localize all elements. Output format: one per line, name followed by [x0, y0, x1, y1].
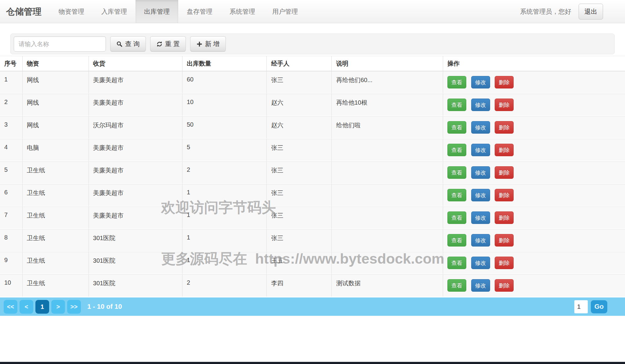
- edit-button[interactable]: 修改: [471, 234, 490, 247]
- edit-button[interactable]: 修改: [471, 166, 490, 179]
- cell-material: 卫生纸: [23, 229, 89, 252]
- cell-quantity: 50: [182, 116, 267, 139]
- goto-page-input[interactable]: [574, 300, 588, 313]
- current-page-button[interactable]: 1: [35, 300, 49, 314]
- add-button[interactable]: 新 增: [190, 36, 226, 52]
- prev-page-button[interactable]: <: [20, 300, 33, 314]
- view-button[interactable]: 查看: [447, 211, 466, 224]
- nav-item-label: 用户管理: [272, 8, 298, 15]
- view-button[interactable]: 查看: [447, 121, 466, 134]
- header-quantity: 出库数量: [182, 56, 267, 71]
- edit-button[interactable]: 修改: [471, 144, 490, 156]
- cell-actions: 查看 修改 删除: [443, 207, 625, 229]
- delete-button[interactable]: 删除: [495, 144, 514, 156]
- header-note: 说明: [332, 56, 443, 71]
- cell-index: 4: [0, 139, 23, 161]
- delete-button[interactable]: 删除: [495, 279, 514, 292]
- query-button[interactable]: 查 询: [110, 36, 146, 52]
- refresh-icon: [156, 41, 163, 47]
- first-page-button[interactable]: <<: [4, 300, 17, 314]
- table-row: 5 卫生纸 美廉美超市 2 张三 查看 修改 删除: [0, 161, 625, 184]
- cell-note: [332, 252, 443, 274]
- cell-actions: 查看 修改 删除: [443, 252, 625, 274]
- cell-actions: 查看 修改 删除: [443, 139, 625, 161]
- cell-material: 网线: [23, 94, 89, 116]
- table-row: 3 网线 沃尔玛超市 50 赵六 给他们啦 查看 修改 删除: [0, 116, 625, 139]
- edit-button[interactable]: 修改: [471, 279, 490, 292]
- nav-item-label: 盘存管理: [187, 8, 212, 15]
- go-button[interactable]: Go: [591, 300, 607, 313]
- view-button[interactable]: 查看: [447, 279, 466, 292]
- cell-index: 1: [0, 71, 23, 94]
- cell-quantity: 2: [182, 161, 267, 184]
- view-button[interactable]: 查看: [447, 76, 466, 88]
- view-button[interactable]: 查看: [447, 166, 466, 179]
- cell-quantity: 60: [182, 71, 267, 94]
- nav-item-3[interactable]: 盘存管理: [178, 0, 221, 23]
- outbound-table: 序号 物资 收货 出库数量 经手人 说明 操作 1 网线 美廉美超市 60 张三…: [0, 56, 625, 297]
- cell-note: 给他们啦: [332, 116, 443, 139]
- edit-button[interactable]: 修改: [471, 76, 490, 88]
- header-index: 序号: [0, 56, 23, 71]
- nav-item-label: 系统管理: [229, 8, 255, 15]
- pagination-bar: << < 1 > >> 1 - 10 of 10 Go: [0, 297, 625, 316]
- cell-material: 卫生纸: [23, 161, 89, 184]
- delete-button[interactable]: 删除: [495, 121, 514, 134]
- cell-actions: 查看 修改 删除: [443, 71, 625, 94]
- view-button[interactable]: 查看: [447, 144, 466, 156]
- view-button[interactable]: 查看: [447, 99, 466, 111]
- search-panel: 查 询 重 置 新 增: [10, 34, 615, 54]
- edit-button[interactable]: 修改: [471, 121, 490, 134]
- edit-button[interactable]: 修改: [471, 257, 490, 269]
- view-button[interactable]: 查看: [447, 234, 466, 247]
- edit-button[interactable]: 修改: [471, 211, 490, 224]
- table-row: 10 卫生纸 301医院 2 李四 测试数据 查看 修改 删除: [0, 274, 625, 297]
- cell-material: 网线: [23, 116, 89, 139]
- delete-button[interactable]: 删除: [495, 211, 514, 224]
- cell-handler: 张三: [267, 207, 332, 229]
- navbar: 仓储管理 物资管理 入库管理 出库管理 盘存管理 系统管理 用户管理 系统管理员…: [0, 0, 625, 23]
- reset-button[interactable]: 重 置: [150, 36, 186, 52]
- last-page-button[interactable]: >>: [67, 300, 81, 314]
- nav-menu: 物资管理 入库管理 出库管理 盘存管理 系统管理 用户管理: [50, 0, 306, 23]
- nav-item-0[interactable]: 物资管理: [50, 0, 93, 23]
- cell-actions: 查看 修改 删除: [443, 274, 625, 297]
- cell-note: [332, 161, 443, 184]
- view-button[interactable]: 查看: [447, 257, 466, 269]
- nav-item-label: 物资管理: [59, 8, 84, 15]
- cell-handler: 赵六: [267, 94, 332, 116]
- cell-receiver: 美廉美超市: [89, 71, 182, 94]
- cell-receiver: 美廉美超市: [89, 184, 182, 207]
- delete-button[interactable]: 删除: [495, 234, 514, 247]
- delete-button[interactable]: 删除: [495, 166, 514, 179]
- cell-note: [332, 229, 443, 252]
- table-row: 1 网线 美廉美超市 60 张三 再给他们60... 查看 修改 删除: [0, 71, 625, 94]
- nav-item-5[interactable]: 用户管理: [264, 0, 306, 23]
- view-button[interactable]: 查看: [447, 189, 466, 201]
- cell-note: 再给他们60...: [332, 71, 443, 94]
- brand-title[interactable]: 仓储管理: [0, 0, 50, 23]
- delete-button[interactable]: 删除: [495, 99, 514, 111]
- cell-receiver: 301医院: [89, 274, 182, 297]
- cell-quantity: 5: [182, 139, 267, 161]
- cell-handler: 张三: [267, 139, 332, 161]
- cell-index: 8: [0, 229, 23, 252]
- delete-button[interactable]: 删除: [495, 76, 514, 88]
- cell-actions: 查看 修改 删除: [443, 184, 625, 207]
- nav-item-4[interactable]: 系统管理: [221, 0, 264, 23]
- search-input[interactable]: [14, 36, 106, 52]
- logout-button[interactable]: 退出: [579, 4, 603, 20]
- edit-button[interactable]: 修改: [471, 189, 490, 201]
- cell-receiver: 美廉美超市: [89, 207, 182, 229]
- header-actions: 操作: [443, 56, 625, 71]
- cell-material: 卫生纸: [23, 184, 89, 207]
- cell-handler: 李四: [267, 274, 332, 297]
- nav-item-1[interactable]: 入库管理: [93, 0, 135, 23]
- edit-button[interactable]: 修改: [471, 99, 490, 111]
- table-header-row: 序号 物资 收货 出库数量 经手人 说明 操作: [0, 56, 625, 71]
- query-button-label: 查 询: [125, 40, 140, 48]
- nav-item-2[interactable]: 出库管理: [135, 0, 178, 23]
- next-page-button[interactable]: >: [51, 300, 65, 314]
- delete-button[interactable]: 删除: [495, 189, 514, 201]
- delete-button[interactable]: 删除: [495, 257, 514, 269]
